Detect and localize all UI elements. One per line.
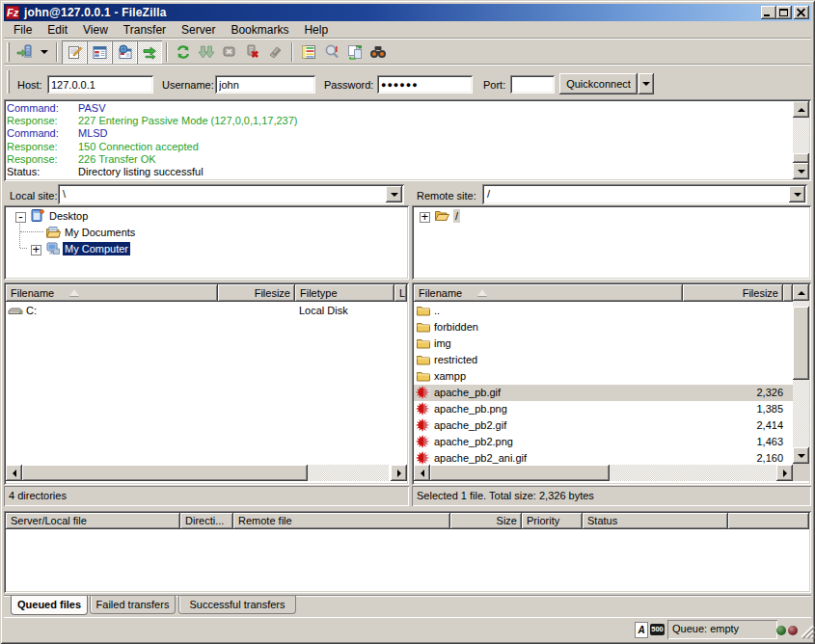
quickconnect-gripper[interactable] <box>7 70 10 94</box>
activity-led-red <box>788 626 798 635</box>
refresh-button[interactable] <box>172 41 195 63</box>
resize-grip[interactable] <box>799 623 815 639</box>
remote-list-scroll-up-button[interactable] <box>793 284 809 301</box>
local-list-scroll-right-button[interactable] <box>391 465 407 481</box>
remote-file-row[interactable]: xampp <box>414 368 793 385</box>
title-bar: Fz john@127.0.0.1 - FileZilla <box>4 4 811 21</box>
column-header-remote-file[interactable]: Remote file <box>233 513 450 529</box>
scroll-left-icon <box>13 470 16 477</box>
local-list-hscrollbar-thumb[interactable] <box>22 465 308 481</box>
remote-list-hscrollbar-thumb[interactable] <box>430 465 610 481</box>
remote-list-scroll-right-button[interactable] <box>776 465 793 481</box>
dropdown-arrow-icon <box>41 50 48 54</box>
remote-list-vscrollbar-thumb[interactable] <box>793 307 809 380</box>
log-scroll-down-button[interactable] <box>793 163 809 179</box>
column-header-filetype[interactable]: Filetype <box>295 284 394 302</box>
tree-item-my-computer[interactable]: + My Computer <box>4 241 409 257</box>
password-input[interactable] <box>377 75 473 94</box>
local-site-combo[interactable]: \ <box>58 184 404 204</box>
local-list-scroll-left-button[interactable] <box>6 465 22 481</box>
directory-comparison-button[interactable] <box>320 41 343 63</box>
menu-edit[interactable]: Edit <box>40 21 75 39</box>
quickconnect-button[interactable]: Quickconnect <box>559 73 638 94</box>
column-header-filename[interactable]: Filename <box>414 284 683 302</box>
tab-successful-transfers[interactable]: Successful transfers <box>178 596 296 614</box>
site-manager-button[interactable] <box>14 41 37 63</box>
column-header-priority[interactable]: Priority <box>522 513 583 529</box>
column-header-status[interactable]: Status <box>583 513 728 529</box>
tree-item-desktop[interactable]: - Desktop <box>4 208 409 225</box>
remote-file-row[interactable]: apache_pb.gif2,326 <box>414 385 793 401</box>
local-site-combo-dropdown[interactable] <box>386 186 402 202</box>
expand-icon[interactable]: + <box>420 212 430 223</box>
remote-list-scroll-left-button[interactable] <box>414 465 430 481</box>
scroll-down-icon <box>798 454 805 458</box>
file-size: 2,326 <box>688 387 783 398</box>
remote-file-row[interactable]: .. <box>414 303 793 319</box>
toggle-local-tree-button[interactable] <box>87 40 112 64</box>
close-button[interactable] <box>794 6 809 19</box>
directory-listing-filters-button[interactable] <box>297 41 320 63</box>
menu-bookmarks[interactable]: Bookmarks <box>223 21 296 39</box>
menu-view[interactable]: View <box>75 21 116 39</box>
log-line: Status:Directory listing successful <box>7 166 790 178</box>
column-header-filesize[interactable]: Filesize <box>218 284 295 302</box>
host-input[interactable] <box>47 75 153 94</box>
remote-file-row[interactable]: apache_pb2.png1,463 <box>414 434 793 450</box>
collapse-icon[interactable]: - <box>15 212 26 223</box>
toggle-message-log-button[interactable] <box>62 40 87 64</box>
remote-list-scroll-down-button[interactable] <box>793 447 809 464</box>
toggle-remote-tree-button[interactable] <box>112 40 137 64</box>
tab-queued-files[interactable]: Queued files <box>11 596 88 615</box>
tab-failed-transfers[interactable]: Failed transfers <box>90 596 176 614</box>
process-queue-button[interactable] <box>195 41 218 63</box>
column-header-direction[interactable]: Directi... <box>180 513 233 529</box>
remote-file-row[interactable]: apache_pb.png1,385 <box>414 401 793 417</box>
transfer-queue-pane: Server/Local file Directi... Remote file… <box>4 511 811 593</box>
image-file-icon <box>416 401 431 416</box>
log-scrollbar-thumb[interactable] <box>793 153 809 163</box>
file-row-c-drive[interactable]: C: Local Disk <box>6 303 405 319</box>
file-name: .. <box>434 305 440 316</box>
file-type: Local Disk <box>299 305 348 316</box>
tree-item-root[interactable]: + / <box>412 208 811 225</box>
process-queue-icon <box>198 43 215 61</box>
remote-file-row[interactable]: img <box>414 335 793 352</box>
log-scroll-up-button[interactable] <box>793 101 809 118</box>
remote-site-combo[interactable]: / <box>482 184 807 204</box>
synchronized-browsing-button[interactable] <box>343 41 367 63</box>
menu-help[interactable]: Help <box>296 21 336 39</box>
toolbar-gripper[interactable] <box>7 42 10 62</box>
remote-site-combo-dropdown[interactable] <box>789 186 805 202</box>
site-manager-dropdown-button[interactable] <box>37 41 52 63</box>
column-header-spacer <box>783 284 793 302</box>
reconnect-button[interactable] <box>264 41 287 63</box>
transfer-type-indicator[interactable]: A <box>635 622 648 638</box>
disconnect-button[interactable] <box>241 41 264 63</box>
message-log-lines: Command:PASV Response:227 Entering Passi… <box>7 102 790 178</box>
quickconnect-dropdown-button[interactable] <box>638 73 654 94</box>
column-header-filesize[interactable]: Filesize <box>683 284 783 302</box>
username-input[interactable] <box>215 75 315 94</box>
port-input[interactable] <box>510 75 555 94</box>
column-header-filename[interactable]: Filename <box>6 284 218 302</box>
minimize-button[interactable] <box>761 6 776 19</box>
menu-server[interactable]: Server <box>174 21 223 39</box>
column-header-size[interactable]: Size <box>450 513 522 529</box>
remote-file-row[interactable]: apache_pb2.gif2,414 <box>414 417 793 434</box>
menu-file[interactable]: File <box>6 21 40 39</box>
speed-limit-indicator[interactable]: 500 <box>650 624 665 635</box>
cancel-button[interactable] <box>218 41 241 63</box>
menu-transfer[interactable]: Transfer <box>116 21 174 39</box>
toggle-transfer-queue-button[interactable] <box>137 40 162 64</box>
find-files-button[interactable] <box>367 41 390 63</box>
tree-item-my-documents[interactable]: My Documents <box>4 225 409 241</box>
remote-file-row[interactable]: forbidden <box>414 319 793 335</box>
column-header-server-local-file[interactable]: Server/Local file <box>6 513 180 529</box>
close-icon <box>797 8 805 16</box>
maximize-button[interactable] <box>776 6 792 19</box>
remote-file-row[interactable]: restricted <box>414 352 793 368</box>
column-header-last-modified[interactable]: L <box>394 284 407 302</box>
status-bar: A 500 Queue: empty <box>4 617 811 640</box>
expand-icon[interactable]: + <box>31 245 41 255</box>
